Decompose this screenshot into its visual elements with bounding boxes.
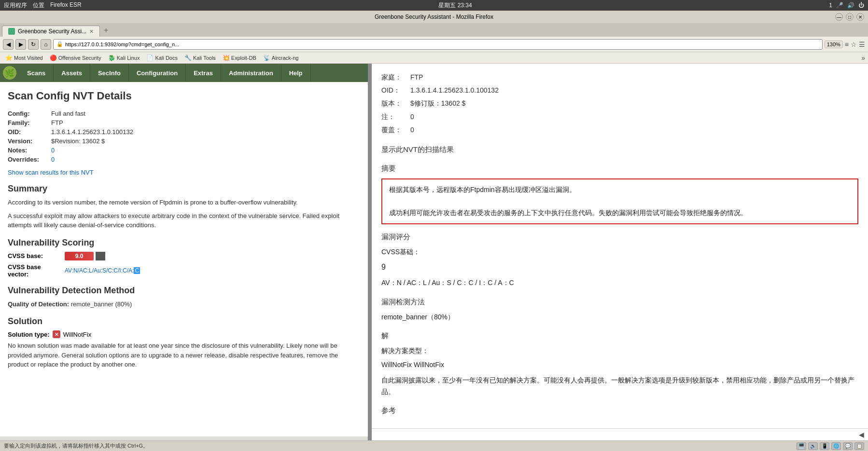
bookmark-offensive-security[interactable]: 🔴 Offensive Security: [47, 54, 104, 62]
right-cvss-base-title: CVSS基础：: [381, 246, 858, 258]
right-jie-title: 解: [381, 329, 858, 342]
bookmarks-more[interactable]: »: [861, 54, 865, 62]
panel-resizer[interactable]: [368, 64, 372, 440]
notes-value[interactable]: 0: [51, 147, 55, 154]
right-show-scan-title: 显示此NVT的扫描结果: [381, 143, 858, 156]
family-row: Family: FTP: [8, 119, 360, 126]
app-name: Firefox ESR: [50, 1, 82, 10]
exploit-db-icon: 💥: [223, 55, 230, 61]
nav-secinfo[interactable]: SecInfo: [90, 64, 129, 82]
aircrack-icon: 📡: [263, 55, 270, 61]
address-bar[interactable]: 🔒 https://127.0.0.1:9392/omp?cmd=get_con…: [53, 39, 823, 50]
reload-button[interactable]: ↻: [28, 39, 39, 50]
tab-label: Greenbone Security Assi...: [18, 28, 86, 35]
nav-help[interactable]: Help: [281, 64, 311, 82]
bookmark-kali-linux[interactable]: 🐉 Kali Linux: [106, 54, 142, 62]
minimize-button[interactable]: —: [835, 13, 843, 21]
bookmark-kali-tools[interactable]: 🔧 Kali Tools: [182, 54, 218, 62]
bookmark-icon[interactable]: ☆: [851, 41, 857, 48]
bookmark-kali-docs[interactable]: 📄 Kali Docs: [144, 54, 180, 62]
right-summary-title: 摘要: [381, 162, 858, 175]
oid-value: 1.3.6.1.4.1.25623.1.0.100132: [51, 128, 133, 136]
app-menu[interactable]: 应用程序: [4, 1, 27, 10]
maximize-button[interactable]: □: [846, 13, 854, 21]
bookmark-aircrack[interactable]: 📡 Aircrack-ng: [261, 54, 301, 62]
exploit-db-label: Exploit-DB: [231, 55, 256, 61]
red-box-text1: 根据其版本号，远程版本的Ftpdmin容易出现缓冲区溢出漏洞。: [389, 184, 851, 196]
page-content: Scan Config NVT Details Config: Full and…: [0, 82, 368, 437]
nav-extras[interactable]: Extras: [186, 64, 221, 82]
browser-title: Greenbone Security Assistant - Mozilla F…: [33, 14, 835, 20]
right-overrides-value: 0: [410, 124, 414, 136]
summary-text1: According to its version number, the rem…: [8, 198, 360, 207]
right-notes-value: 0: [410, 111, 414, 123]
right-family-value: FTP: [410, 71, 423, 83]
cvss-base-label: CVSS base:: [8, 252, 61, 260]
wontfix-icon: ✕: [53, 330, 60, 338]
kali-tools-label: Kali Tools: [193, 55, 216, 61]
right-oid-label: OID：: [381, 84, 410, 96]
nav-icons: ≡ ☆ ☰: [845, 41, 865, 48]
scoring-title: Vulnerability Scoring: [8, 238, 360, 248]
overrides-value[interactable]: 0: [51, 156, 55, 163]
right-oid-value: 1.3.6.1.4.1.25623.1.0.100132: [410, 84, 499, 96]
right-family-label: 家庭：: [381, 71, 410, 83]
window-controls: — □ ✕: [835, 13, 864, 21]
cvss-bar-dark: [96, 252, 105, 260]
bookmarks-bar: ⭐ Most Visited 🔴 Offensive Security 🐉 Ka…: [0, 52, 868, 64]
menu-icon[interactable]: ☰: [859, 41, 865, 48]
right-cvss-vector: AV：N / AC：L / Au：S / C：C / I：C / A：C: [381, 277, 858, 289]
browser-navbar: ◀ ▶ ↻ ⌂ 🔒 https://127.0.0.1:9392/omp?cmd…: [0, 37, 868, 52]
summary-title: Summary: [8, 184, 360, 194]
forward-button[interactable]: ▶: [15, 39, 26, 50]
kali-tools-icon: 🔧: [184, 55, 192, 61]
close-button[interactable]: ✕: [856, 13, 864, 21]
main-area: 🌿 Scans Assets SecInfo Configuration Ext…: [0, 64, 868, 440]
quality-value: remote_banner (80%): [71, 301, 132, 308]
lock-icon: 🔒: [56, 41, 63, 47]
home-button[interactable]: ⌂: [41, 39, 51, 50]
solution-type-value: WillNotFix: [63, 331, 92, 338]
right-solution-text: 自此漏洞披露以来，至少有一年没有已知的解决方案。可能没有人会再提供。一般解决方案…: [381, 375, 858, 398]
family-value: FTP: [51, 119, 63, 126]
summary-text2: A successful exploit may allow attackers…: [8, 211, 360, 230]
nav-administration[interactable]: Administration: [221, 64, 281, 82]
red-box-text2: 成功利用可能允许攻击者在易受攻击的服务的上下文中执行任意代码。失败的漏洞利用尝试…: [389, 207, 851, 219]
detection-title: Vulnerability Detection Method: [8, 286, 360, 296]
right-solution-type-title: 解决方案类型：: [381, 345, 858, 357]
status-icon-message: 💬: [843, 442, 853, 450]
left-scrollbar[interactable]: [0, 437, 368, 440]
right-refs-title: 参考: [381, 404, 858, 417]
panel-collapse-arrow[interactable]: ◀: [372, 428, 868, 440]
right-detection-title: 漏洞检测方法: [381, 295, 858, 308]
statusbar: 要输入定向到该虚拟机，请将鼠标指针移入其中或按 Ctrl+G。 🖥️ 🔊 📱 🌐…: [0, 440, 868, 451]
tab-bar: Greenbone Security Assi... ✕ +: [0, 23, 868, 37]
browser-titlebar: Greenbone Security Assistant - Mozilla F…: [0, 11, 868, 23]
aircrack-label: Aircrack-ng: [272, 55, 299, 61]
statusbar-text: 要输入定向到该虚拟机，请将鼠标指针移入其中或按 Ctrl+G。: [4, 442, 148, 450]
bookmark-most-visited[interactable]: ⭐ Most Visited: [3, 54, 45, 62]
places-menu[interactable]: 位置: [33, 1, 44, 10]
notification-icon: 1: [829, 2, 832, 9]
tab-close-icon[interactable]: ✕: [89, 28, 94, 35]
family-label: Family:: [8, 119, 51, 126]
browser-tab-active[interactable]: Greenbone Security Assi... ✕: [2, 26, 100, 37]
nav-assets[interactable]: Assets: [54, 64, 90, 82]
zoom-level: 130%: [825, 41, 843, 48]
kali-docs-icon: 📄: [146, 55, 154, 61]
reader-icon[interactable]: ≡: [845, 41, 849, 48]
kali-docs-label: Kali Docs: [155, 55, 177, 61]
config-label: Config:: [8, 110, 51, 117]
config-value: Full and fast: [51, 110, 85, 117]
back-button[interactable]: ◀: [3, 39, 14, 50]
nav-scans[interactable]: Scans: [19, 64, 54, 82]
show-scan-link[interactable]: Show scan results for this NVT: [8, 169, 360, 176]
kali-linux-label: Kali Linux: [117, 55, 140, 61]
nav-configuration[interactable]: Configuration: [129, 64, 186, 82]
overrides-label: Overrides:: [8, 156, 51, 163]
right-notes-row: 注： 0: [381, 111, 858, 123]
right-quality: remote_banner（80%）: [381, 311, 858, 323]
new-tab-button[interactable]: +: [100, 24, 112, 37]
bookmark-exploit-db[interactable]: 💥 Exploit-DB: [220, 54, 259, 62]
status-icon-clipboard: 📋: [854, 442, 864, 450]
